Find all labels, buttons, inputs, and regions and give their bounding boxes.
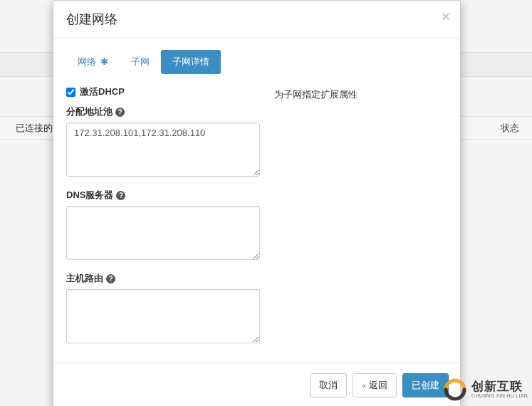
chevron-left-icon: « — [362, 381, 366, 390]
back-button-label: 返回 — [369, 380, 387, 390]
field-label-text: 主机路由 — [66, 272, 103, 285]
brand-watermark: 创新互联 CHUANG XIN HU LIAN — [443, 378, 528, 402]
modal-header: 创建网络 × — [53, 1, 460, 38]
brand-name-en: CHUANG XIN HU LIAN — [471, 393, 528, 398]
modal-overlay: 创建网络 × 网络 ✱ 子网 子网详情 激活 — [0, 0, 532, 406]
tab-label: 子网 — [131, 56, 150, 67]
required-asterisk-icon: ✱ — [100, 56, 108, 67]
host-routes-textarea[interactable] — [66, 289, 260, 343]
tab-label: 网络 — [78, 56, 96, 67]
field-host-routes: 主机路由 ? — [66, 272, 260, 345]
submit-button[interactable]: 已创建 — [402, 373, 449, 397]
modal-body: 网络 ✱ 子网 子网详情 激活DHCP — [53, 38, 460, 363]
dns-servers-textarea[interactable] — [66, 206, 260, 260]
dhcp-checkbox[interactable] — [66, 88, 75, 97]
tab-bar: 网络 ✱ 子网 子网详情 — [66, 50, 447, 74]
help-icon[interactable]: ? — [116, 191, 125, 200]
close-icon[interactable]: × — [442, 9, 450, 24]
back-button[interactable]: «返回 — [353, 373, 397, 397]
allocation-pool-textarea[interactable] — [66, 123, 260, 177]
dhcp-checkbox-row[interactable]: 激活DHCP — [66, 85, 260, 98]
field-allocation-pool: 分配地址池 ? — [66, 105, 260, 179]
tab-label: 子网详情 — [172, 56, 209, 67]
tab-network[interactable]: 网络 ✱ — [66, 50, 120, 74]
help-icon[interactable]: ? — [115, 108, 125, 117]
brand-logo-icon — [443, 378, 467, 402]
dhcp-label: 激活DHCP — [80, 85, 125, 98]
field-label-text: 分配地址池 — [66, 105, 113, 118]
modal-title: 创建网络 — [66, 12, 118, 26]
field-dns-servers: DNS服务器 ? — [66, 189, 260, 262]
brand-name-cn: 创新互联 — [471, 380, 528, 393]
help-icon[interactable]: ? — [106, 274, 115, 283]
tab-subnet-details[interactable]: 子网详情 — [161, 50, 221, 74]
form-right-column: 为子网指定扩展属性 — [274, 85, 447, 355]
cancel-button[interactable]: 取消 — [310, 373, 347, 397]
help-description: 为子网指定扩展属性 — [274, 89, 358, 100]
tab-subnet[interactable]: 子网 — [120, 50, 161, 74]
field-label-text: DNS服务器 — [66, 189, 113, 202]
create-network-modal: 创建网络 × 网络 ✱ 子网 子网详情 激活 — [53, 0, 461, 406]
modal-footer: 取消 «返回 已创建 — [53, 363, 460, 406]
form-left-column: 激活DHCP 分配地址池 ? DNS服务器 ? — [66, 85, 260, 355]
